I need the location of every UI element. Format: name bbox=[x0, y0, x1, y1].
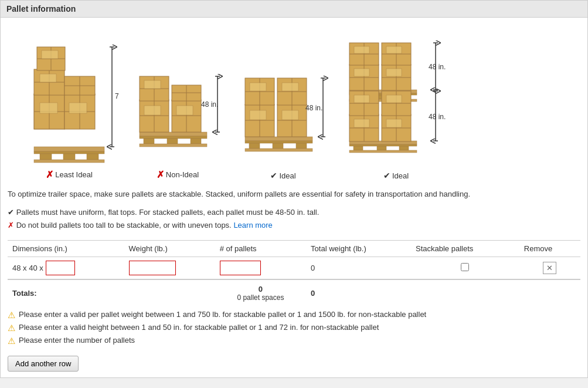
content-area: 72 in. ✗ Least Ideal bbox=[1, 18, 587, 377]
weight-cell bbox=[124, 257, 215, 279]
table-row: 48 x 40 x 0 bbox=[8, 257, 580, 279]
warning-item-2: ⚠ Please enter a valid height between 1 … bbox=[8, 323, 580, 333]
svg-rect-116 bbox=[386, 119, 402, 127]
pallet-ideal-1-svg: 48 in. bbox=[236, 31, 330, 166]
svg-rect-98 bbox=[354, 46, 369, 53]
page-wrapper: Pallet information bbox=[0, 0, 588, 378]
pallet-spaces-label: 0 pallet spaces bbox=[220, 293, 301, 302]
col-weight: Weight (lb.) bbox=[124, 240, 215, 257]
totals-pallet-count: 0 0 pallet spaces bbox=[215, 279, 306, 305]
svg-rect-2 bbox=[40, 154, 52, 160]
rule-1-text: Pallets must have uniform, flat tops. Fo… bbox=[16, 208, 320, 217]
svg-text:48 in.: 48 in. bbox=[429, 113, 446, 121]
svg-rect-104 bbox=[349, 144, 417, 146]
pallet-ideal-2: 48 in. 48 in. ✔ Ideal bbox=[342, 31, 450, 180]
weight-input[interactable] bbox=[129, 261, 176, 275]
col-num-pallets: # of pallets bbox=[215, 240, 306, 257]
rule-2-text: Do not build pallets too tall to be stac… bbox=[16, 221, 232, 230]
svg-rect-30 bbox=[140, 132, 207, 136]
svg-rect-68 bbox=[282, 110, 298, 120]
pallet-ideal-2-svg: 48 in. 48 in. bbox=[342, 31, 450, 166]
pallet-ideal-1-label: ✔ Ideal bbox=[270, 171, 295, 180]
pallet-ideal-2-label: ✔ Ideal bbox=[383, 171, 409, 180]
svg-rect-72 bbox=[250, 83, 266, 91]
svg-rect-120 bbox=[354, 95, 369, 103]
svg-rect-32 bbox=[144, 139, 154, 144]
svg-rect-14 bbox=[69, 103, 87, 113]
pallets-illustration-row: 72 in. ✗ Least Ideal bbox=[8, 23, 580, 180]
pallet-non-ideal: 48 in. ✗ Non-Ideal bbox=[131, 29, 225, 180]
svg-rect-3 bbox=[63, 154, 75, 160]
check-icon-ideal-1: ✔ bbox=[270, 171, 277, 180]
dimension-field-group: 48 x 40 x bbox=[12, 261, 120, 275]
svg-rect-0 bbox=[34, 147, 104, 151]
totals-total-weight: 0 bbox=[306, 279, 411, 305]
warning-icon-1: ⚠ bbox=[8, 310, 15, 320]
svg-rect-10 bbox=[40, 103, 57, 113]
svg-rect-1 bbox=[34, 151, 104, 154]
check-icon-ideal-2: ✔ bbox=[383, 171, 390, 180]
remove-cell: ✕ bbox=[519, 257, 580, 279]
svg-rect-55 bbox=[245, 137, 312, 141]
svg-rect-47 bbox=[144, 80, 161, 89]
svg-rect-106 bbox=[377, 146, 386, 150]
info-text: To optimize trailer space, make sure pal… bbox=[8, 188, 580, 200]
totals-empty-remove bbox=[519, 279, 580, 305]
col-remove: Remove bbox=[519, 240, 580, 257]
svg-rect-124 bbox=[386, 95, 402, 103]
pallets-count-cell bbox=[215, 257, 306, 279]
table-header-row: Dimensions (in.) Weight (lb.) # of palle… bbox=[8, 240, 580, 257]
svg-rect-108 bbox=[349, 150, 417, 153]
svg-rect-64 bbox=[250, 110, 266, 120]
svg-rect-107 bbox=[399, 146, 409, 150]
svg-rect-60 bbox=[245, 149, 312, 151]
svg-rect-76 bbox=[282, 83, 298, 91]
col-dimensions: Dimensions (in.) bbox=[8, 240, 124, 257]
svg-rect-105 bbox=[354, 146, 363, 150]
svg-rect-56 bbox=[245, 141, 312, 143]
svg-rect-34 bbox=[191, 139, 201, 144]
svg-rect-59 bbox=[296, 143, 307, 149]
rule-2-icon: ✗ bbox=[8, 221, 14, 230]
pallet-least-ideal-illustration: 72 in. bbox=[19, 29, 119, 164]
rule-1: ✔ Pallets must have uniform, flat tops. … bbox=[8, 206, 580, 219]
svg-rect-39 bbox=[144, 106, 161, 115]
warning-item-1: ⚠ Please enter a valid per pallet weight… bbox=[8, 310, 580, 320]
height-input[interactable] bbox=[46, 261, 75, 275]
pallet-table: Dimensions (in.) Weight (lb.) # of palle… bbox=[8, 240, 580, 305]
least-ideal-text: Least Ideal bbox=[55, 170, 93, 179]
warning-item-3: ⚠ Please enter the number of pallets bbox=[8, 336, 580, 346]
svg-rect-31 bbox=[140, 136, 207, 139]
svg-rect-33 bbox=[167, 139, 178, 144]
pallets-input[interactable] bbox=[220, 261, 261, 275]
totals-row: Totals: 0 0 pallet spaces 0 bbox=[8, 279, 580, 305]
learn-more-link[interactable]: Learn more bbox=[233, 221, 272, 230]
warning-icon-3: ⚠ bbox=[8, 336, 15, 346]
add-row-button[interactable]: Add another row bbox=[8, 356, 79, 372]
stackable-checkbox[interactable] bbox=[461, 263, 469, 271]
page-title: Pallet information bbox=[6, 4, 76, 14]
svg-rect-35 bbox=[140, 144, 207, 147]
svg-text:72 in.: 72 in. bbox=[115, 92, 119, 100]
rule-2: ✗ Do not build pallets too tall to be st… bbox=[8, 219, 580, 232]
pallet-ideal-2-illustration: 48 in. 48 in. bbox=[342, 31, 450, 166]
warning-text-2: Please enter a valid height between 1 an… bbox=[19, 323, 379, 332]
total-weight-cell: 0 bbox=[306, 257, 411, 279]
pallet-least-ideal-label: ✗ Least Ideal bbox=[46, 169, 93, 180]
totals-label: Totals: bbox=[8, 279, 124, 305]
svg-rect-43 bbox=[176, 106, 193, 115]
pallet-ideal-1-illustration: 48 in. bbox=[236, 31, 330, 166]
ideal-2-text: Ideal bbox=[392, 171, 409, 180]
col-stackable: Stackable pallets bbox=[411, 240, 519, 257]
pallet-least-ideal-svg: 72 in. bbox=[19, 29, 119, 164]
totals-empty-weight bbox=[124, 279, 215, 305]
remove-button[interactable]: ✕ bbox=[543, 262, 556, 274]
pallet-least-ideal: 72 in. ✗ Least Ideal bbox=[19, 29, 119, 180]
svg-rect-5 bbox=[34, 160, 104, 163]
non-ideal-text: Non-Ideal bbox=[166, 170, 199, 179]
col-total-weight: Total weight (lb.) bbox=[306, 240, 411, 257]
total-weight-value: 0 bbox=[311, 264, 315, 272]
pallet-ideal-1: 48 in. ✔ Ideal bbox=[236, 31, 330, 180]
svg-rect-94 bbox=[386, 69, 402, 76]
svg-rect-25 bbox=[42, 50, 58, 59]
